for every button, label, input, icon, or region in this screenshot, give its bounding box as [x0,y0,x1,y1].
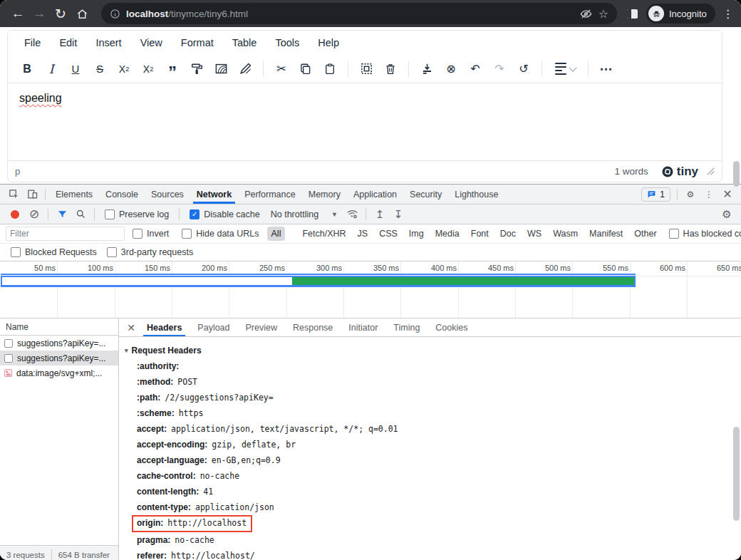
reload-icon[interactable]: ↻ [50,3,71,24]
blocked-requests-checkbox[interactable]: Blocked Requests [11,247,97,257]
devtools-close-icon[interactable]: ✕ [718,186,737,203]
filter-input[interactable] [6,227,125,241]
redo-icon[interactable]: ↷ [487,58,512,80]
select-all-icon[interactable] [354,58,378,80]
checkbox-unchecked[interactable] [11,247,21,257]
side-panel-icon[interactable] [627,9,638,19]
menu-help[interactable]: Help [311,34,346,51]
superscript-icon[interactable]: X2 [136,58,160,80]
detail-tab-cookies[interactable]: Cookies [428,318,475,336]
request-row[interactable]: suggestions?apiKey=... [0,336,118,351]
tab-application[interactable]: Application [347,185,403,204]
has-blocked-cookies-checkbox[interactable]: Has blocked cookies [669,229,741,239]
search-icon[interactable] [72,206,89,223]
filter-funnel-icon[interactable] [53,206,71,223]
menu-table[interactable]: Table [226,34,264,51]
issues-counter[interactable]: 1 [641,187,670,202]
password-eye-off-icon[interactable] [579,7,593,21]
tab-security[interactable]: Security [403,185,448,204]
tab-performance[interactable]: Performance [238,185,302,204]
detail-tab-response[interactable]: Response [285,318,341,336]
copy-icon[interactable] [294,58,318,80]
checkbox-unchecked[interactable] [669,229,679,239]
export-har-icon[interactable]: ↧ [390,206,407,223]
tab-sources[interactable]: Sources [145,185,190,204]
throttling-dropdown[interactable]: No throttling ▼ [271,209,338,219]
editor-content[interactable]: speeling [8,83,722,160]
invert-checkbox[interactable]: Invert [133,229,169,239]
cut-icon[interactable]: ✂ [269,58,294,80]
browser-menu-icon[interactable]: ⋮ [722,7,734,21]
request-list-header[interactable]: Name [0,318,118,336]
tab-network[interactable]: Network [190,185,238,204]
menu-file[interactable]: File [18,34,47,51]
detail-tab-headers[interactable]: Headers [139,318,190,336]
network-overview-timeline[interactable]: 50 ms 100 ms 150 ms 200 ms 250 ms 300 ms… [0,261,741,318]
misspelled-word[interactable]: speeling [19,92,62,104]
detail-tab-timing[interactable]: Timing [385,318,428,336]
edit-image-icon[interactable] [209,58,233,80]
bold-icon[interactable]: B [15,58,39,80]
element-path[interactable]: p [15,166,614,177]
filter-type-font[interactable]: Font [467,227,493,241]
filter-type-img[interactable]: Img [405,227,428,241]
inspect-element-icon[interactable] [4,186,23,203]
record-button[interactable] [11,210,19,219]
disable-cache-checkbox[interactable]: ✓ Disable cache [190,209,260,219]
address-bar[interactable]: localhost/tinymce/tiny6.html ☆ [101,3,617,24]
import-har-icon[interactable]: ↥ [371,206,388,223]
underline-icon[interactable]: U [63,58,88,80]
checkbox-checked[interactable]: ✓ [190,209,200,219]
filter-type-wasm[interactable]: Wasm [549,227,582,241]
checkbox-unchecked[interactable] [107,247,117,257]
detail-tab-payload[interactable]: Payload [190,318,237,336]
restore-draft-icon[interactable]: ↺ [512,58,536,80]
tab-memory[interactable]: Memory [302,185,347,204]
permanent-pen-icon[interactable] [233,58,257,80]
checkbox-unchecked[interactable] [182,229,192,239]
undo-icon[interactable]: ↶ [463,58,487,80]
checkbox-unchecked[interactable] [133,229,142,239]
format-painter-icon[interactable] [185,58,209,80]
page-scrollbar[interactable] [733,161,740,187]
delete-icon[interactable] [378,58,403,80]
filter-type-css[interactable]: CSS [375,227,402,241]
menu-format[interactable]: Format [175,34,220,51]
forward-icon[interactable]: → [28,3,50,24]
menu-tools[interactable]: Tools [269,34,306,51]
back-icon[interactable]: ← [7,3,28,24]
tab-lighthouse[interactable]: Lighthouse [448,185,504,204]
checkbox-unchecked[interactable] [105,209,115,219]
filter-type-media[interactable]: Media [431,227,464,241]
subscript-icon[interactable]: X2 [112,58,136,80]
menu-edit[interactable]: Edit [53,34,83,51]
filter-type-other[interactable]: Other [630,227,660,241]
menu-insert[interactable]: Insert [89,34,128,51]
devtools-settings-icon[interactable]: ⚙ [681,186,700,203]
align-left-icon[interactable] [548,58,582,80]
save-icon[interactable] [415,58,439,80]
devtools-menu-icon[interactable]: ⋮ [700,186,718,203]
filter-type-manifest[interactable]: Manifest [585,227,627,241]
cancel-icon[interactable]: ⊗ [439,58,463,80]
device-toolbar-icon[interactable] [23,186,41,203]
bookmark-star-icon[interactable]: ☆ [598,7,608,21]
tab-console[interactable]: Console [99,185,145,204]
more-options-icon[interactable]: ⋯ [594,58,618,80]
strikethrough-icon[interactable]: S [88,58,112,80]
network-settings-icon[interactable]: ⚙ [718,206,735,223]
detail-tab-preview[interactable]: Preview [238,318,285,336]
preserve-log-checkbox[interactable]: Preserve log [105,209,169,219]
third-party-requests-checkbox[interactable]: 3rd-party requests [107,247,193,257]
filter-type-all[interactable]: All [267,227,286,241]
filter-type-ws[interactable]: WS [523,227,546,241]
menu-view[interactable]: View [134,34,169,51]
request-headers-section[interactable]: ▾ Request Headers [125,343,741,358]
detail-scrollbar[interactable] [733,427,740,521]
detail-tab-initiator[interactable]: Initiator [341,318,385,336]
filter-type-fetch-xhr[interactable]: Fetch/XHR [298,227,350,241]
word-count[interactable]: 1 words [614,166,648,177]
filter-type-js[interactable]: JS [353,227,373,241]
tab-elements[interactable]: Elements [49,185,99,204]
paste-icon[interactable] [318,58,342,80]
